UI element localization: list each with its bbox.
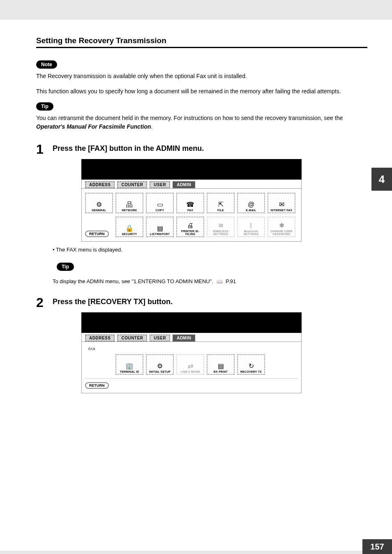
note-text: The Recovery transmission is available o…	[36, 72, 367, 81]
network-button[interactable]: 品NETWORK	[115, 193, 143, 213]
general-icon: ⚙	[96, 201, 102, 208]
top-edge	[0, 0, 392, 20]
internetfax-icon: ✉	[279, 201, 284, 208]
tab-user[interactable]: USER	[150, 181, 170, 188]
tab2-counter[interactable]: COUNTER	[117, 335, 147, 342]
network-icon: 品	[126, 201, 133, 208]
step-1: 1 Press the [FAX] button in the ADMIN me…	[36, 143, 367, 156]
admin-menu-screenshot: ADDRESS COUNTER USER ADMIN ⚙GENERAL 品NET…	[81, 159, 302, 242]
tip2-text: To display the ADMIN menu, see "1.ENTERI…	[53, 278, 367, 284]
terminal-id-button[interactable]: 🏢TERMINAL ID	[115, 354, 143, 375]
tab2-admin[interactable]: ADMIN	[173, 335, 195, 342]
tip1-part2: .	[151, 123, 153, 130]
page-number: 157	[362, 539, 392, 554]
general-button[interactable]: ⚙GENERAL	[85, 193, 113, 213]
fax-button[interactable]: ☎FAX	[176, 193, 204, 213]
tip-badge: Tip	[36, 102, 53, 111]
copy-icon: ▭	[157, 201, 163, 208]
tip1-text: You can retransmit the document held in …	[36, 114, 367, 131]
recovery-tx-button[interactable]: ↻RECOVERY TX	[237, 354, 265, 375]
printer-efiling-button[interactable]: 🖨PRINTER /E-FILING	[176, 217, 204, 237]
footer-edge	[0, 551, 362, 554]
tip2-badge: Tip	[57, 263, 74, 271]
tab-admin[interactable]: ADMIN	[173, 181, 195, 188]
tip1-part1: You can retransmit the document held in …	[36, 115, 343, 121]
chapter-tab: 4	[371, 168, 392, 191]
screen1-tabs: ADDRESS COUNTER USER ADMIN	[81, 180, 302, 189]
tab2-address[interactable]: ADDRESS	[85, 335, 115, 342]
rx-print-button[interactable]: ▤RX PRINT	[207, 354, 235, 375]
copy-button[interactable]: ▭COPY	[146, 193, 174, 213]
internet-fax-button[interactable]: ✉INTERNET FAX	[267, 193, 295, 213]
note-badge: Note	[36, 60, 57, 69]
printer-icon: 🖨	[187, 222, 194, 229]
list-report-button[interactable]: ▤LIST/REPORT	[146, 217, 174, 237]
email-icon: @	[248, 201, 254, 208]
screen2-blackbar	[81, 312, 302, 333]
tab-address[interactable]: ADDRESS	[85, 181, 115, 188]
fax-menu-screenshot: ADDRESS COUNTER USER ADMIN FAX 🏢TERMINAL…	[81, 312, 302, 393]
initial-setup-button[interactable]: ⚙INITIAL SETUP	[146, 354, 174, 375]
step1-bullet: • The FAX menu is displayed.	[53, 247, 367, 253]
step-1-number: 1	[36, 143, 53, 156]
listreport-icon: ▤	[157, 225, 163, 232]
step-1-text: Press the [FAX] button in the ADMIN menu…	[53, 143, 204, 153]
file-button[interactable]: ⇱FILE	[207, 193, 235, 213]
wireless-settings-button[interactable]: ≋WIRELESS SETTINGS	[207, 217, 235, 237]
step-2: 2 Press the [RECOVERY TX] button.	[36, 296, 367, 309]
setup-icon: ⚙	[157, 363, 163, 369]
intro-text: This function allows you to specify how …	[36, 87, 367, 96]
section-heading: Setting the Recovery Transmission	[36, 36, 367, 48]
line2-mode-button[interactable]: ⇄LINE-2 MODE	[176, 354, 204, 375]
fax-icon: ☎	[186, 201, 194, 208]
security-icon: 🔒	[125, 225, 134, 232]
recoverytx-icon: ↻	[249, 363, 254, 369]
tab-counter[interactable]: COUNTER	[117, 181, 147, 188]
return-button-2[interactable]: RETURN	[85, 382, 109, 389]
rxprint-icon: ▤	[218, 363, 224, 369]
step-2-text: Press the [RECOVERY TX] button.	[53, 296, 173, 306]
screen2-tabs: ADDRESS COUNTER USER ADMIN	[81, 333, 302, 342]
line2-icon: ⇄	[188, 363, 193, 369]
email-button[interactable]: @E-MAIL	[237, 193, 265, 213]
change-user-password-button[interactable]: ✱CHANGE USER PASSWORD	[267, 217, 295, 237]
tab2-user[interactable]: USER	[150, 335, 170, 342]
screen-blackbar	[81, 159, 302, 180]
bluetooth-icon: ᛒ	[249, 222, 253, 229]
file-icon: ⇱	[218, 201, 224, 208]
screen1-buttons: ⚙GENERAL 品NETWORK ▭COPY ☎FAX ⇱FILE @E-MA…	[81, 189, 302, 242]
terminal-icon: 🏢	[125, 363, 134, 369]
breadcrumb-fax: FAX	[88, 347, 298, 351]
tip1-manual-ref: Operator's Manual For Facsimile Function	[36, 123, 151, 130]
password-icon: ✱	[279, 222, 284, 229]
security-button[interactable]: 🔒SECURITY	[115, 217, 143, 237]
wireless-icon: ≋	[218, 222, 224, 229]
bluetooth-settings-button[interactable]: ᛒBluetooth SETTINGS	[237, 217, 265, 237]
book-icon: 📖	[217, 279, 223, 284]
page-ref: P.91	[226, 278, 236, 284]
step-2-number: 2	[36, 296, 53, 309]
screen2-buttons: FAX 🏢TERMINAL ID ⚙INITIAL SETUP ⇄LINE-2 …	[81, 342, 302, 393]
return-button-1[interactable]: RETURN	[85, 231, 109, 237]
